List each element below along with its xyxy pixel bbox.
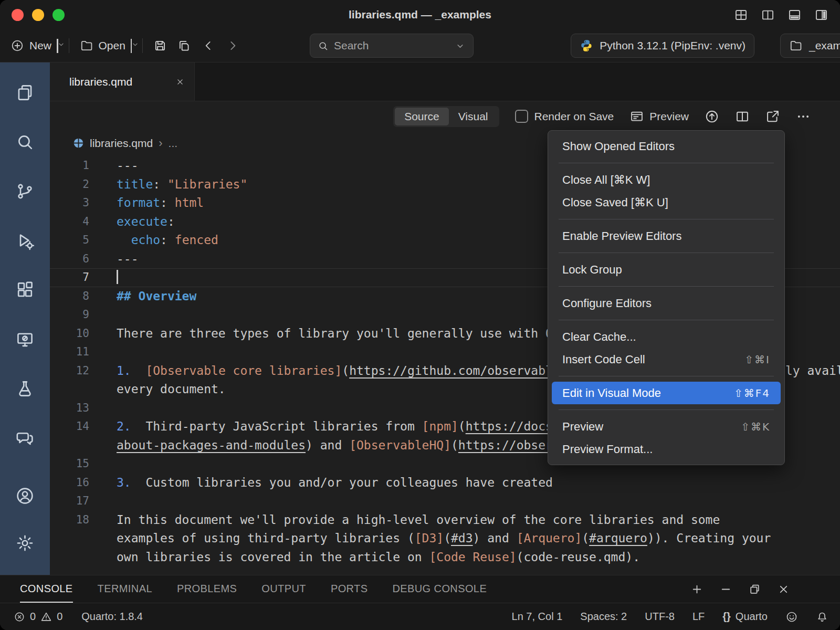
activity-chat-icon[interactable]: [0, 413, 50, 463]
source-visual-toggle: Source Visual: [393, 106, 499, 127]
menu-item-close-all-k-w[interactable]: Close All [⌘K W]: [552, 169, 781, 191]
breadcrumb-more[interactable]: ...: [169, 137, 178, 150]
plus-circle-icon: [10, 39, 24, 52]
split-editor-icon[interactable]: [761, 8, 775, 22]
render-on-save-checkbox[interactable]: [515, 110, 528, 123]
warning-icon: [40, 611, 52, 623]
activity-settings-icon[interactable]: [0, 519, 50, 566]
panel-close-icon[interactable]: [777, 583, 790, 596]
code-line[interactable]: 163. Custom libraries you and/or your co…: [50, 474, 840, 492]
minimize-window-button[interactable]: [32, 9, 44, 21]
render-on-save-toggle[interactable]: Render on Save: [515, 110, 614, 123]
cursor-position-indicator[interactable]: Ln 7, Col 1: [512, 611, 563, 623]
language-mode-indicator[interactable]: {} Quarto: [722, 611, 768, 623]
navigate-forward-button[interactable]: [226, 39, 239, 52]
visual-mode-button[interactable]: Visual: [449, 108, 498, 125]
indentation-indicator[interactable]: Spaces: 2: [580, 611, 627, 623]
interpreter-label: Python 3.12.1 (PipEnv: .venv): [600, 39, 746, 52]
activity-account-icon[interactable]: [0, 472, 50, 519]
layout-grid-icon[interactable]: [734, 8, 748, 22]
workspace-button[interactable]: _examples: [780, 34, 840, 58]
panel-tab-ports[interactable]: PORTS: [331, 575, 368, 603]
menu-item-enable-preview-editors[interactable]: Enable Preview Editors: [552, 225, 781, 247]
menu-item-lock-group[interactable]: Lock Group: [552, 258, 781, 281]
close-window-button[interactable]: [12, 9, 24, 21]
line-number: 9: [50, 306, 89, 324]
panel-tab-console[interactable]: CONSOLE: [20, 575, 73, 603]
more-actions-button[interactable]: [796, 109, 811, 124]
menu-item-show-opened-editors[interactable]: Show Opened Editors: [552, 135, 781, 158]
language-mode-label: Quarto: [736, 611, 768, 623]
zoom-window-button[interactable]: [52, 9, 65, 21]
global-search-input[interactable]: Search: [310, 34, 474, 58]
line-number: 10: [50, 324, 89, 343]
activity-source-control-icon[interactable]: [0, 166, 50, 216]
interpreter-selector[interactable]: Python 3.12.1 (PipEnv: .venv): [571, 34, 754, 58]
problems-indicator[interactable]: 0 0: [14, 611, 62, 623]
app-window: libraries.qmd — _examples New Open Searc…: [0, 0, 840, 630]
code-line-text: [117, 268, 118, 287]
line-number: 3: [50, 194, 89, 213]
error-icon: [14, 611, 25, 623]
notifications-bell-icon[interactable]: [816, 611, 828, 623]
menu-item-preview[interactable]: Preview⇧⌘K: [552, 415, 781, 438]
encoding-indicator[interactable]: UTF-8: [645, 611, 675, 623]
code-line[interactable]: own libraries is covered in the article …: [50, 548, 840, 567]
panel-plus-icon[interactable]: [690, 583, 704, 596]
save-all-button[interactable]: [177, 39, 191, 52]
menu-item-label: Close All [⌘K W]: [562, 173, 650, 187]
code-line[interactable]: examples of using third-party libraries …: [50, 529, 840, 548]
text-cursor: [117, 270, 118, 284]
activity-testing-icon[interactable]: [0, 364, 50, 413]
navigate-back-button[interactable]: [202, 39, 215, 52]
activity-sessions-icon[interactable]: [0, 314, 50, 364]
quarto-version-indicator[interactable]: Quarto: 1.8.4: [81, 611, 143, 623]
eol-indicator[interactable]: LF: [692, 611, 705, 623]
menu-item-preview-format[interactable]: Preview Format...: [552, 438, 781, 460]
activity-run-debug-icon[interactable]: [0, 216, 50, 265]
menu-item-label: Preview: [562, 420, 603, 434]
panel-minimize-icon[interactable]: [719, 583, 732, 596]
activity-extensions-icon[interactable]: [0, 265, 50, 314]
panel-right-icon[interactable]: [814, 8, 828, 22]
menu-item-clear-cache[interactable]: Clear Cache...: [552, 326, 781, 348]
menu-item-configure-editors[interactable]: Configure Editors: [552, 292, 781, 314]
code-line[interactable]: 17: [50, 492, 840, 511]
line-number: [50, 529, 89, 548]
publish-button[interactable]: [705, 109, 719, 124]
line-number: [50, 436, 89, 455]
code-line-text: title: "Libraries": [117, 175, 247, 194]
activity-search-icon[interactable]: [0, 117, 50, 166]
python-logo-icon: [580, 39, 593, 52]
menu-item-edit-in-visual-mode[interactable]: Edit in Visual Mode⇧⌘F4: [552, 382, 781, 404]
open-in-new-window-button[interactable]: [765, 109, 780, 124]
quarto-file-icon: [73, 138, 84, 149]
panel-tab-output[interactable]: OUTPUT: [261, 575, 306, 603]
menu-item-insert-code-cell[interactable]: Insert Code Cell⇧⌘I: [552, 348, 781, 371]
code-line-text: format: html: [117, 194, 204, 213]
preview-button[interactable]: Preview: [629, 109, 689, 124]
menu-item-close-saved-k-u[interactable]: Close Saved [⌘K U]: [552, 191, 781, 214]
source-mode-button[interactable]: Source: [395, 108, 449, 125]
feedback-smiley-icon[interactable]: [785, 611, 798, 623]
panel-tab-terminal[interactable]: TERMINAL: [98, 575, 152, 603]
chevron-down-icon: [455, 40, 466, 51]
line-number: 16: [50, 474, 89, 492]
panel-restore-icon[interactable]: [748, 583, 761, 596]
split-editor-button[interactable]: [735, 109, 750, 124]
open-button[interactable]: Open: [80, 39, 132, 53]
new-button[interactable]: New: [10, 39, 58, 53]
panel-tab-problems[interactable]: PROBLEMS: [177, 575, 237, 603]
line-number: 2: [50, 175, 89, 194]
tab-libraries-qmd[interactable]: libraries.qmd: [50, 62, 195, 101]
code-line[interactable]: 18In this document we'll provide a high-…: [50, 511, 840, 530]
activity-files-icon[interactable]: [0, 68, 50, 117]
code-line-text: ---: [117, 250, 139, 269]
folder-icon: [80, 39, 93, 52]
breadcrumb-file[interactable]: libraries.qmd: [90, 137, 153, 150]
save-button[interactable]: [153, 39, 167, 52]
panel-tab-debug-console[interactable]: DEBUG CONSOLE: [392, 575, 487, 603]
line-number: 6: [50, 250, 89, 269]
close-tab-icon[interactable]: [175, 77, 185, 87]
panel-bottom-icon[interactable]: [788, 8, 802, 22]
